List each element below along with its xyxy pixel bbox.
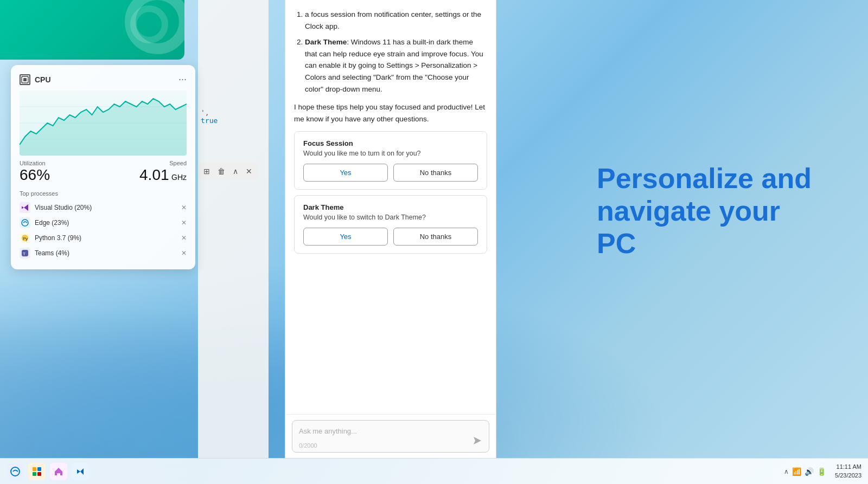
- right-promo: Personalize and navigate your PC: [597, 163, 825, 260]
- cpu-icon: [20, 74, 30, 85]
- taskbar-left: [7, 463, 89, 480]
- taskbar-vscode-icon[interactable]: [72, 463, 89, 480]
- speed-value: 4.01 GHz: [139, 166, 187, 184]
- taskbar: ∧ 📶 🔊 🔋 11:11 AM 5/23/2023: [0, 458, 868, 484]
- process-name: Visual Studio (20%): [35, 204, 92, 211]
- utilization-stat: Utilization 66%: [20, 160, 50, 184]
- chat-input-placeholder: Ask me anything...: [299, 427, 357, 435]
- dark-card-buttons: Yes No thanks: [303, 228, 478, 246]
- taskbar-edge-icon[interactable]: [7, 463, 24, 480]
- cpu-title-row: CPU: [20, 74, 51, 85]
- top-processes-label: Top processes: [20, 190, 187, 197]
- top-processes: Top processes Visual Studio (20%) ✕ Edge…: [20, 190, 187, 261]
- process-close-button[interactable]: ✕: [181, 204, 187, 211]
- list-item: T Teams (4%) ✕: [20, 246, 187, 261]
- code-line-1: ',: [201, 108, 218, 117]
- side-panel-toolbar: ⊞ 🗑 ∧ ✕: [198, 163, 258, 180]
- process-name: Teams (4%): [35, 249, 69, 257]
- code-line-2: true: [201, 117, 218, 125]
- dark-yes-button[interactable]: Yes: [303, 228, 388, 246]
- chat-send-button[interactable]: [471, 436, 483, 448]
- list-item: Py Python 3.7 (9%) ✕: [20, 230, 187, 246]
- dark-card-desc: Would you like to switch to Dark Theme?: [303, 214, 478, 221]
- cpu-more-button[interactable]: ···: [178, 74, 187, 85]
- taskbar-datetime: 11:11 AM 5/23/2023: [835, 463, 861, 480]
- cpu-widget: CPU ··· Utilization 66% Speed 4.01 G: [11, 65, 195, 269]
- top-widget: [0, 0, 184, 60]
- svg-point-22: [11, 467, 20, 476]
- focus-no-button[interactable]: No thanks: [393, 164, 478, 182]
- side-panel: [198, 0, 269, 458]
- dark-no-button[interactable]: No thanks: [393, 228, 478, 246]
- chat-panel: a focus session from notification center…: [285, 0, 496, 458]
- focus-card-buttons: Yes No thanks: [303, 164, 478, 182]
- svg-text:Py: Py: [23, 236, 28, 241]
- cpu-graph: [20, 91, 187, 156]
- chevron-up-icon[interactable]: ∧: [231, 166, 240, 177]
- svg-text:T: T: [23, 251, 25, 256]
- process-name: Python 3.7 (9%): [35, 234, 81, 242]
- taskbar-system-icons: ∧ 📶 🔊 🔋: [784, 467, 826, 476]
- promo-line2: navigate your PC: [597, 195, 780, 259]
- chat-content: a focus session from notification center…: [285, 0, 496, 414]
- widget-circle-2: [130, 5, 168, 43]
- taskbar-chevron-icon[interactable]: ∧: [784, 468, 789, 475]
- close-icon[interactable]: ✕: [244, 166, 254, 177]
- cpu-title: CPU: [35, 75, 51, 84]
- promo-text: Personalize and navigate your PC: [597, 163, 825, 260]
- chat-message-intro: a focus session from notification center…: [294, 9, 487, 95]
- utilization-value: 66%: [20, 166, 50, 184]
- svg-rect-24: [37, 467, 41, 471]
- chat-input-counter: 0/2000: [299, 442, 317, 449]
- python-icon: Py: [20, 233, 30, 243]
- focus-session-card: Focus Session Would you like me to turn …: [294, 131, 487, 190]
- grid-icon[interactable]: ⊞: [201, 166, 212, 177]
- speed-stat: Speed 4.01 GHz: [139, 160, 187, 184]
- process-close-button[interactable]: ✕: [181, 219, 187, 227]
- svg-point-17: [22, 220, 28, 226]
- cpu-stats: Utilization 66% Speed 4.01 GHz: [20, 160, 187, 184]
- dark-theme-card: Dark Theme Would you like to switch to D…: [294, 195, 487, 254]
- taskbar-date-display: 5/23/2023: [835, 472, 861, 480]
- chat-input-area: Ask me anything... 0/2000: [285, 414, 496, 458]
- focus-card-title: Focus Session: [303, 139, 478, 147]
- chat-message-closing: I hope these tips help you stay focused …: [294, 101, 487, 125]
- svg-rect-23: [33, 467, 36, 471]
- trash-icon[interactable]: 🗑: [215, 166, 227, 177]
- cpu-header: CPU ···: [20, 74, 187, 85]
- chat-input-box[interactable]: Ask me anything... 0/2000: [292, 420, 489, 453]
- taskbar-time-display: 11:11 AM: [835, 463, 861, 471]
- taskbar-wifi-icon: 📶: [792, 467, 801, 476]
- focus-yes-button[interactable]: Yes: [303, 164, 388, 182]
- taskbar-right: ∧ 📶 🔊 🔋 11:11 AM 5/23/2023: [784, 463, 861, 480]
- svg-rect-26: [37, 472, 41, 476]
- teams-icon: T: [20, 248, 30, 259]
- process-close-button[interactable]: ✕: [181, 249, 187, 257]
- list-item: Edge (23%) ✕: [20, 215, 187, 230]
- list-item: Visual Studio (20%) ✕: [20, 200, 187, 215]
- taskbar-battery-icon: 🔋: [817, 467, 826, 476]
- svg-rect-1: [23, 78, 27, 81]
- visual-studio-icon: [20, 202, 30, 213]
- dark-card-title: Dark Theme: [303, 203, 478, 211]
- taskbar-volume-icon: 🔊: [805, 467, 814, 476]
- taskbar-store-icon[interactable]: [28, 463, 46, 480]
- code-text: ', true: [201, 108, 218, 125]
- process-name: Edge (23%): [35, 219, 69, 227]
- taskbar-home-icon[interactable]: [50, 463, 67, 480]
- focus-card-desc: Would you like me to turn it on for you?: [303, 150, 478, 157]
- process-close-button[interactable]: ✕: [181, 234, 187, 242]
- promo-line1: Personalize and: [597, 163, 812, 194]
- svg-rect-25: [33, 472, 36, 476]
- edge-icon: [20, 217, 30, 228]
